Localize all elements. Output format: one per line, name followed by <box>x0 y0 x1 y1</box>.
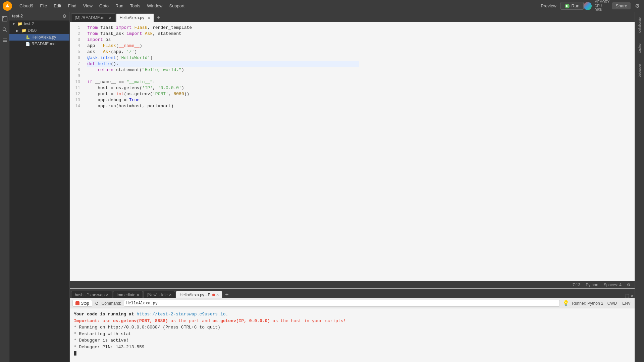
menu-tools[interactable]: Tools <box>127 2 144 10</box>
code-line-12: port = int(os.getenv('PORT', 8080)) <box>87 91 359 97</box>
add-terminal-button[interactable]: + <box>223 291 230 298</box>
memory-block: MEMORY GPU DISK <box>594 0 609 12</box>
settings-gear-icon[interactable]: ⚙ <box>627 283 631 287</box>
disk-label: DISK <box>594 8 609 12</box>
popout-icon[interactable]: ⬚ <box>625 293 629 298</box>
code-line-13: app.debug = True <box>87 97 359 103</box>
menubar: Cloud9 File Edit Find View Goto Run Tool… <box>0 0 644 12</box>
command-input[interactable] <box>124 300 560 307</box>
outline-button[interactable]: Outline <box>636 41 644 56</box>
toggle-icon[interactable]: 💡 <box>562 300 569 306</box>
collaborate-label: Collaborate <box>638 17 641 33</box>
file-tree-header: test-2 ⚙ <box>9 12 69 20</box>
terminal-warning: use os.getenv(PORT, 8888) as the port an… <box>103 318 346 323</box>
tab-helloalexa[interactable]: HelloAlexa.py × <box>116 13 154 22</box>
svg-rect-1 <box>2 16 7 21</box>
editor-area: [M] /README.m. × HelloAlexa.py × + 12345… <box>70 12 635 362</box>
tree-item-test2[interactable]: ▼ 📁 test-2 <box>9 20 69 27</box>
commands-icon[interactable] <box>1 36 9 44</box>
share-button[interactable]: Share <box>612 2 631 9</box>
main-layout: test-2 ⚙ ▼ 📁 test-2 ▶ 📁 c450 ▶ 🐍 HelloAl… <box>0 12 644 362</box>
terminal-running-text: Your code is running at <box>74 312 137 317</box>
run-button[interactable]: Run <box>560 2 584 10</box>
tab-label: [M] /README.m. <box>75 15 105 20</box>
terminal-url[interactable]: https://test-2-starswap.c9users.io <box>137 312 225 317</box>
menu-support[interactable]: Support <box>166 2 188 10</box>
menu-run[interactable]: Run <box>112 2 127 10</box>
code-line-2: from flask_ask import Ask, statement <box>87 31 359 37</box>
runner-info: Runner: Python 2 <box>572 301 603 306</box>
python-file-icon: 🐍 <box>25 35 30 40</box>
terminal-toolbar: Stop ↺ Command: 💡 Runner: Python 2 CWD E… <box>70 298 635 308</box>
command-label: Command: <box>102 301 121 306</box>
terminal-tab-immediate[interactable]: Immediate × <box>113 291 143 298</box>
terminal-line-3: * Running on http://0.0.0.0:8080/ (Press… <box>74 324 631 331</box>
menu-file[interactable]: File <box>37 2 50 10</box>
preview-button[interactable]: Preview <box>537 2 560 10</box>
terminal-tab-close-icon[interactable]: × <box>106 292 109 297</box>
code-line-6: @ask.intent('HelloWorld') <box>87 55 359 61</box>
debugger-button[interactable]: Debugger <box>636 61 644 80</box>
tree-item-readme[interactable]: ▶ 📄 README.md <box>9 41 69 47</box>
tab-close-icon[interactable]: × <box>148 15 150 20</box>
tree-item-helloalexa[interactable]: ▶ 🐍 HelloAlexa.py <box>9 34 69 41</box>
terminal-tab-bash[interactable]: bash - "starswap × <box>71 291 112 298</box>
cloud9-logo[interactable] <box>3 1 12 11</box>
workspace-title: test-2 <box>12 14 23 18</box>
menu-cloud9[interactable]: Cloud9 <box>16 2 37 10</box>
code-line-5: ask = Ask(app, '/') <box>87 49 359 55</box>
terminal-tab-new[interactable]: [New] - Idle × <box>144 291 175 298</box>
terminal-tab-label: bash - "starswap <box>75 293 105 297</box>
terminal-tab-close-icon[interactable]: × <box>216 292 219 297</box>
code-line-11: host = os.getenv('IP', '0.0.0.0') <box>87 85 359 91</box>
collaborate-button[interactable]: Collaborate <box>636 15 644 36</box>
tree-item-label: HelloAlexa.py <box>32 35 56 40</box>
add-tab-button[interactable]: + <box>155 14 163 22</box>
code-line-14: app.run(host=host, port=port) <box>87 103 359 109</box>
terminal-tab-close-icon[interactable]: × <box>169 292 172 297</box>
spaces-setting[interactable]: Spaces: 4 <box>604 283 622 287</box>
right-section: MEMORY GPU DISK Share ⚙ <box>584 0 641 12</box>
code-line-8: return statement("Hello, world.") <box>87 67 359 73</box>
tab-close-icon[interactable]: × <box>109 15 111 20</box>
stop-label: Stop <box>81 301 89 306</box>
editor-content[interactable]: 12345 678910 11121314 from flask import … <box>70 22 635 288</box>
terminal-output[interactable]: Your code is running at https://test-2-s… <box>70 308 635 362</box>
menu-view[interactable]: View <box>80 2 96 10</box>
navigate-icon[interactable] <box>1 25 9 34</box>
tab-readme[interactable]: [M] /README.m. × <box>71 13 115 22</box>
terminal-tab-close-icon[interactable]: × <box>137 292 140 297</box>
env-button[interactable]: ENV <box>621 300 632 306</box>
terminal-tab-label: HelloAlexa.py - F <box>179 293 210 297</box>
code-line-10: if __name__ == "__main__": <box>87 79 359 85</box>
running-indicator <box>212 294 215 296</box>
workspace-icon[interactable] <box>1 15 9 23</box>
tree-item-c450[interactable]: ▶ 📁 c450 <box>9 27 69 34</box>
terminal-tab-helloalexa[interactable]: HelloAlexa.py - F × <box>176 291 222 298</box>
close-terminal-icon[interactable]: × <box>631 293 633 298</box>
menu-window[interactable]: Window <box>144 2 166 10</box>
svg-marker-0 <box>5 4 9 7</box>
stop-button[interactable]: Stop <box>72 300 92 307</box>
cursor-position[interactable]: 7:13 <box>573 283 580 287</box>
svg-point-4 <box>3 28 6 31</box>
settings-icon[interactable]: ⚙ <box>633 2 641 10</box>
right-sidebar-icons: Collaborate Outline Debugger <box>635 12 644 362</box>
memory-label: MEMORY <box>594 0 609 4</box>
cwd-button[interactable]: CWD <box>606 300 619 306</box>
tree-item-label: test-2 <box>24 21 34 26</box>
workspace-settings-icon[interactable]: ⚙ <box>62 13 67 19</box>
terminal-important: Important: <box>74 318 100 323</box>
code-line-4: app = Flask(__name__) <box>87 43 359 49</box>
language-mode[interactable]: Python <box>586 283 598 287</box>
menu-edit[interactable]: Edit <box>50 2 64 10</box>
code-line-7: def hello(): <box>87 61 359 67</box>
avatar[interactable] <box>584 2 592 10</box>
menu-find[interactable]: Find <box>65 2 80 10</box>
code-line-3: import os <box>87 37 359 43</box>
code-editor[interactable]: from flask import Flask, render_template… <box>83 22 363 281</box>
refresh-icon[interactable]: ↺ <box>95 301 99 306</box>
line-numbers: 12345 678910 11121314 <box>70 22 83 281</box>
menu-goto[interactable]: Goto <box>96 2 112 10</box>
terminal-cursor: █ <box>74 350 631 357</box>
